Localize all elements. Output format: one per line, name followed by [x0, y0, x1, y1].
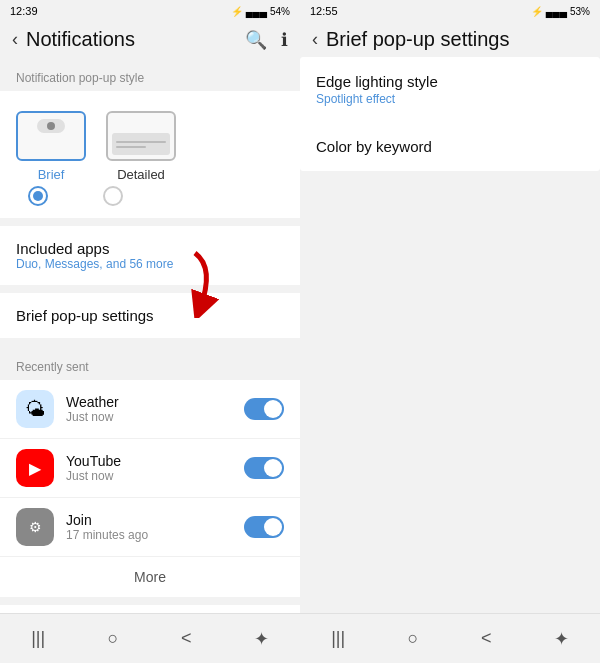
search-icon-left[interactable]: 🔍 [245, 29, 267, 51]
youtube-name: YouTube [66, 453, 232, 469]
bluetooth-icon: ⚡ [231, 6, 243, 17]
radio-row [16, 182, 284, 206]
right-panel: 12:55 ⚡ ▄▄▄ 53% ‹ Brief pop-up settings … [300, 0, 600, 663]
nav-extra-left[interactable]: ✦ [254, 628, 269, 650]
brief-popup-item[interactable]: Brief pop-up settings [0, 293, 300, 338]
color-keyword-title: Color by keyword [316, 138, 584, 155]
nav-recent-right[interactable]: ||| [331, 628, 345, 649]
join-time: 17 minutes ago [66, 528, 232, 542]
included-apps-text: Included apps Duo, Messages, and 56 more [16, 240, 173, 271]
weather-name: Weather [66, 394, 232, 410]
included-apps-section: Included apps Duo, Messages, and 56 more [0, 226, 300, 285]
panel-line-2 [116, 146, 146, 148]
status-bar-right: 12:55 ⚡ ▄▄▄ 53% [300, 0, 600, 22]
nav-back-left[interactable]: < [181, 628, 192, 649]
status-time-right: 12:55 [310, 5, 338, 17]
join-info: Join 17 minutes ago [66, 512, 232, 542]
popup-style-label: Notification pop-up style [0, 57, 300, 91]
popup-style-section: Brief Detailed [0, 91, 300, 218]
app-item-youtube[interactable]: ▶ YouTube Just now [0, 438, 300, 497]
top-bar-icons-left: 🔍 ℹ [245, 29, 288, 51]
top-bar-left-content: ‹ Notifications [12, 28, 135, 51]
page-title-right: Brief pop-up settings [326, 28, 509, 51]
battery-right: 53% [570, 6, 590, 17]
nav-back-right[interactable]: < [481, 628, 492, 649]
app-item-weather[interactable]: 🌤 Weather Just now [0, 380, 300, 438]
back-button-left[interactable]: ‹ [12, 29, 18, 50]
weather-info: Weather Just now [66, 394, 232, 424]
brief-popup-title: Brief pop-up settings [16, 307, 154, 324]
left-panel: 12:39 ⚡ ▄▄▄ 54% ‹ Notifications 🔍 ℹ Noti… [0, 0, 300, 663]
join-icon: ⚙ [16, 508, 54, 546]
do-not-disturb-item[interactable]: Do not disturb [0, 605, 300, 613]
nav-recent-left[interactable]: ||| [31, 628, 45, 649]
detailed-mockup [106, 111, 176, 161]
bottom-nav-right: ||| ○ < ✦ [300, 613, 600, 663]
join-name: Join [66, 512, 232, 528]
bottom-nav-left: ||| ○ < ✦ [0, 613, 300, 663]
nav-home-left[interactable]: ○ [108, 628, 119, 649]
right-scroll[interactable]: Edge lighting style Spotlight effect Col… [300, 57, 600, 613]
popup-option-detailed[interactable]: Detailed [106, 111, 176, 182]
radio-brief[interactable] [28, 186, 48, 206]
recently-sent-section: 🌤 Weather Just now ▶ YouTube Just now ⚙ [0, 380, 300, 597]
brief-label: Brief [38, 167, 65, 182]
signal-icon-right: ▄▄▄ [546, 6, 567, 17]
top-bar-right: ‹ Brief pop-up settings [300, 22, 600, 57]
time-left: 12:39 [10, 5, 38, 17]
top-bar-right-content: ‹ Brief pop-up settings [312, 28, 509, 51]
included-apps-title: Included apps [16, 240, 173, 257]
more-button[interactable]: More [0, 556, 300, 597]
included-apps-sub: Duo, Messages, and 56 more [16, 257, 173, 271]
page-title-left: Notifications [26, 28, 135, 51]
edge-lighting-title: Edge lighting style [316, 73, 584, 90]
join-toggle[interactable] [244, 516, 284, 538]
edge-lighting-sub: Spotlight effect [316, 92, 584, 116]
youtube-toggle[interactable] [244, 457, 284, 479]
app-item-join[interactable]: ⚙ Join 17 minutes ago [0, 497, 300, 556]
bluetooth-icon-right: ⚡ [531, 6, 543, 17]
top-bar-left: ‹ Notifications 🔍 ℹ [0, 22, 300, 57]
right-settings-section: Edge lighting style Spotlight effect Col… [300, 57, 600, 171]
status-bar-left: 12:39 ⚡ ▄▄▄ 54% [0, 0, 300, 22]
nav-extra-right[interactable]: ✦ [554, 628, 569, 650]
youtube-icon: ▶ [16, 449, 54, 487]
time-right: 12:55 [310, 5, 338, 17]
radio-detailed[interactable] [103, 186, 123, 206]
nav-home-right[interactable]: ○ [408, 628, 419, 649]
status-icons-right: ⚡ ▄▄▄ 53% [531, 6, 590, 17]
popup-options: Brief Detailed [16, 111, 284, 182]
info-icon-left[interactable]: ℹ [281, 29, 288, 51]
weather-icon: 🌤 [16, 390, 54, 428]
weather-toggle[interactable] [244, 398, 284, 420]
battery-left: 54% [270, 6, 290, 17]
weather-time: Just now [66, 410, 232, 424]
recently-sent-label: Recently sent [0, 346, 300, 380]
back-button-right[interactable]: ‹ [312, 29, 318, 50]
brief-popup-container: Brief pop-up settings [0, 293, 300, 338]
notification-dot [47, 122, 55, 130]
signal-icon: ▄▄▄ [246, 6, 267, 17]
color-keyword-item[interactable]: Color by keyword [300, 122, 600, 171]
brief-mockup [16, 111, 86, 161]
panel-line-1 [116, 141, 166, 143]
youtube-time: Just now [66, 469, 232, 483]
youtube-info: YouTube Just now [66, 453, 232, 483]
status-time-left: 12:39 [10, 5, 38, 17]
detailed-label: Detailed [117, 167, 165, 182]
scroll-content-left[interactable]: Notification pop-up style Brief [0, 57, 300, 613]
edge-lighting-item[interactable]: Edge lighting style Spotlight effect [300, 57, 600, 122]
status-icons-left: ⚡ ▄▄▄ 54% [231, 6, 290, 17]
popup-option-brief[interactable]: Brief [16, 111, 86, 182]
notification-panel [112, 133, 170, 155]
notification-bubble [37, 119, 65, 133]
included-apps-item[interactable]: Included apps Duo, Messages, and 56 more [0, 226, 300, 285]
